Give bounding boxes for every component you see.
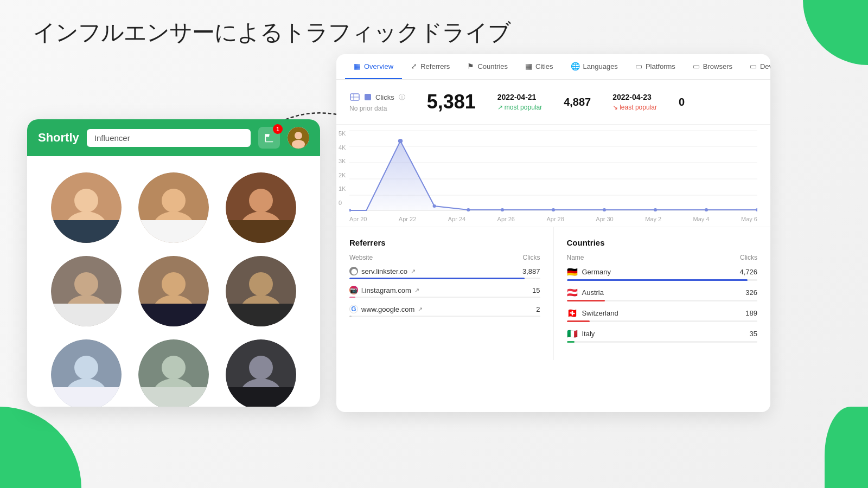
referrer-row-2: 📷 l.instagram.com ↗ 15 (349, 286, 540, 298)
country-bar-2 (567, 300, 758, 301)
profile-5[interactable] (138, 256, 209, 326)
tab-referrers[interactable]: ⤢ Referrers (402, 54, 458, 79)
overview-icon: ▦ (354, 62, 361, 70)
linkster-icon: ⬤ (349, 267, 358, 275)
clicks-text: Clicks (375, 93, 394, 101)
least-popular-date: 2022-04-23 (612, 93, 657, 101)
tab-cities[interactable]: ▦ Cities (516, 54, 562, 79)
least-popular-value: 0 (679, 96, 685, 108)
referrers-col-headers: Website Clicks (349, 254, 540, 261)
country-austria: 🇦🇹 Austria (567, 287, 604, 298)
svg-point-59 (705, 208, 708, 211)
country-row-3: 🇨🇭 Switzerland 189 (567, 308, 758, 322)
countries-col-name: Name (567, 254, 584, 261)
most-popular-group: 2022-04-21 ↗ most popular (497, 93, 542, 111)
svg-point-19 (74, 272, 98, 296)
svg-rect-29 (226, 304, 296, 326)
svg-point-55 (501, 208, 504, 211)
svg-rect-1 (265, 142, 273, 143)
notification-button[interactable]: 1 (258, 127, 280, 149)
cities-icon: ▦ (525, 62, 532, 70)
referrer-row-1: ⬤ serv.linkster.co ↗ 3,887 (349, 267, 540, 279)
svg-point-5 (292, 140, 305, 149)
shortly-header: Shortly 1 (27, 119, 320, 156)
profile-7[interactable] (51, 339, 122, 407)
profile-3[interactable] (226, 172, 296, 243)
svg-point-15 (249, 189, 273, 213)
most-popular-value: 4,887 (564, 96, 591, 108)
tab-overview[interactable]: ▦ Overview (345, 54, 402, 79)
svg-rect-17 (226, 220, 296, 243)
svg-point-57 (603, 208, 606, 211)
referrers-col-name: Website (349, 254, 373, 261)
profile-4[interactable] (51, 256, 122, 326)
instagram-icon: 📷 (349, 286, 358, 294)
shortly-logo: Shortly (38, 131, 79, 145)
chart-svg (349, 130, 757, 211)
chart-x-labels: Apr 20 Apr 22 Apr 24 Apr 26 Apr 28 Apr 3… (349, 214, 757, 222)
referrer-bar-2 (349, 297, 540, 298)
svg-point-51 (349, 209, 351, 211)
profile-6[interactable] (226, 256, 296, 326)
svg-point-60 (756, 208, 757, 211)
search-input[interactable] (87, 129, 251, 147)
referrer-bar-3 (349, 316, 540, 317)
info-icon: ⓘ (399, 93, 405, 102)
svg-rect-13 (138, 220, 209, 243)
tab-devices[interactable]: ▭ Devices (741, 54, 770, 79)
least-popular-group: 2022-04-23 ↘ least popular (612, 93, 657, 111)
tab-countries[interactable]: ⚑ Countries (458, 54, 516, 79)
flag-icon (264, 132, 275, 143)
country-bar-1 (567, 279, 758, 281)
country-italy: 🇮🇹 Italy (567, 329, 595, 339)
svg-point-4 (295, 132, 302, 139)
ext-link-2[interactable]: ↗ (414, 287, 419, 294)
referrers-col-clicks: Clicks (523, 254, 540, 261)
clicks-label: Clicks ⓘ (349, 92, 405, 102)
google-icon: G (349, 305, 358, 313)
profile-1[interactable] (51, 172, 122, 243)
svg-rect-33 (51, 387, 122, 407)
svg-point-52 (398, 139, 403, 143)
clicks-dot (365, 94, 371, 100)
profile-grid (27, 156, 320, 407)
svg-point-35 (162, 356, 186, 380)
ext-link-1[interactable]: ↗ (411, 268, 416, 275)
svg-point-56 (552, 208, 555, 211)
least-popular-label: ↘ least popular (612, 104, 657, 111)
svg-rect-37 (138, 387, 209, 407)
tab-languages[interactable]: 🌐 Languages (562, 54, 627, 79)
user-avatar[interactable] (288, 127, 309, 149)
svg-point-54 (467, 208, 470, 211)
countries-col-headers: Name Clicks (567, 254, 758, 261)
countries-icon: ⚑ (467, 62, 474, 70)
tab-platforms[interactable]: ▭ Platforms (627, 54, 684, 79)
referrers-panel: Referrers Website Clicks ⬤ serv.linkster… (336, 227, 554, 360)
svg-point-58 (654, 208, 657, 211)
referrer-row-3: G www.google.com ↗ 2 (349, 305, 540, 317)
clicks-chart-icon (349, 92, 360, 102)
stats-row: Clicks ⓘ No prior data 5,381 2022-04-21 … (336, 80, 770, 125)
tab-browsers[interactable]: ▭ Browsers (684, 54, 741, 79)
referrer-site-1: ⬤ serv.linkster.co ↗ (349, 267, 416, 275)
devices-icon: ▭ (750, 62, 757, 70)
svg-rect-9 (51, 220, 122, 243)
profile-9[interactable] (226, 339, 296, 407)
svg-point-53 (433, 204, 436, 208)
country-row-4: 🇮🇹 Italy 35 (567, 329, 758, 343)
profile-8[interactable] (138, 339, 209, 407)
country-germany: 🇩🇪 Germany (567, 267, 611, 277)
referrers-title: Referrers (349, 238, 540, 247)
svg-point-11 (162, 189, 186, 213)
languages-icon: 🌐 (571, 62, 580, 70)
avatar-image (288, 127, 309, 149)
svg-rect-41 (226, 387, 296, 407)
referrer-bar-1 (349, 278, 540, 279)
svg-point-39 (249, 356, 273, 380)
ext-link-3[interactable]: ↗ (418, 306, 423, 313)
bottom-panels: Referrers Website Clicks ⬤ serv.linkster… (336, 227, 770, 360)
notification-badge: 1 (273, 124, 283, 134)
profile-2[interactable] (138, 172, 209, 243)
svg-point-23 (162, 272, 186, 296)
svg-point-31 (74, 356, 98, 380)
